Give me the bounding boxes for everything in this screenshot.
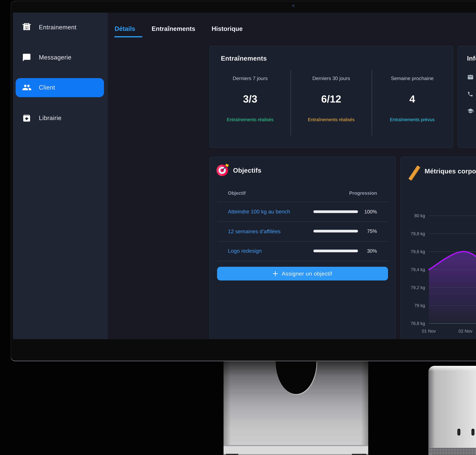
divider — [217, 202, 388, 202]
sidebar-item-entrainement[interactable]: GYM Entrainement — [16, 18, 104, 37]
stat-value: 3/3 — [210, 93, 290, 105]
users-icon — [22, 82, 32, 92]
gym-icon: GYM — [22, 23, 32, 32]
webcam-icon — [291, 4, 295, 8]
column-progression: Progression — [349, 191, 377, 196]
scene: GYM Entrainement — [0, 0, 476, 455]
speaker-mesh — [428, 448, 476, 455]
assign-objective-label: Assigner un objectif — [282, 270, 332, 276]
trainings-card-title: Entraînements — [221, 55, 267, 62]
phone-icon — [467, 91, 474, 97]
svg-text:79,4 kg: 79,4 kg — [411, 267, 425, 272]
svg-text:78,8 kg: 78,8 kg — [411, 321, 425, 326]
tab-historique[interactable]: Historique — [212, 25, 243, 37]
stand-foot — [223, 446, 368, 454]
info-row-coaching-start: Début du coaching 24/12/2025 — [467, 106, 476, 115]
trainings-card: Entraînements Derniers 7 jours 3/3 Entra… — [209, 46, 453, 148]
sidebar-item-librairie[interactable]: Librairie — [16, 108, 104, 128]
objectives-card-title: Objectifs — [233, 167, 262, 175]
progress-bar — [313, 210, 358, 213]
svg-text:79,6 kg: 79,6 kg — [411, 249, 425, 254]
divider — [217, 261, 388, 261]
mac-studio — [428, 366, 476, 455]
sidebar-item-label: Messagerie — [39, 54, 71, 61]
main-content: Détails Entraînements Historique Entraîn… — [108, 12, 476, 339]
svg-text:79,8 kg: 79,8 kg — [411, 231, 425, 236]
progress-percent: 30% — [362, 248, 377, 254]
stat-last-30-days: Derniers 30 jours 6/12 Entraînements réa… — [290, 70, 372, 135]
trainings-stats: Derniers 7 jours 3/3 Entraînements réali… — [210, 70, 452, 135]
info-row-email: Email john.doe@gmail.com — [467, 73, 476, 82]
plus-icon — [273, 271, 278, 276]
progress-percent: 100% — [362, 209, 377, 214]
stat-next-week: Semaine prochaine 4 Entraînements prévus — [372, 70, 452, 135]
usb-c-port-icon — [471, 429, 474, 436]
mail-icon — [467, 74, 474, 81]
stand-seam — [223, 445, 368, 446]
tab-details[interactable]: Détails — [115, 25, 135, 37]
sidebar-item-label: Entrainement — [39, 24, 76, 31]
stat-caption: Entraînements réalisés — [210, 117, 290, 122]
stat-value: 4 — [372, 93, 452, 105]
info-row-phone: Téléphone +33 7 12 26 32 44 — [467, 89, 476, 98]
tab-entrainements[interactable]: Entraînements — [151, 25, 195, 37]
stat-value: 6/12 — [291, 93, 372, 105]
objective-link[interactable]: Atteindre 100 kg au bench — [228, 208, 290, 215]
usb-c-port-icon — [457, 429, 460, 436]
assign-objective-button[interactable]: Assigner un objectif — [217, 267, 388, 280]
column-objective: Objectif — [228, 191, 246, 196]
graduation-cap-icon — [467, 107, 474, 114]
svg-text:02 Nov: 02 Nov — [459, 329, 472, 333]
studio-display: GYM Entrainement — [11, 1, 476, 361]
info-card-title: Informations générales — [467, 55, 476, 62]
progress-bar — [313, 249, 358, 252]
gym-sign-text: GYM — [25, 24, 28, 25]
objectives-table-header: Objectif Progression — [228, 191, 377, 196]
sidebar-item-label: Librairie — [39, 114, 62, 121]
divider — [217, 221, 388, 222]
svg-text:79,2 kg: 79,2 kg — [411, 285, 425, 290]
svg-text:80 kg: 80 kg — [414, 213, 425, 218]
progress-bar — [313, 230, 358, 232]
body-metrics-card: Métriques corporelles Poids — [401, 157, 476, 339]
stat-caption: Entraînements réalisés — [291, 117, 372, 122]
objective-row: 12 semaines d’affilées 75% — [228, 225, 377, 237]
stat-label: Derniers 30 jours — [291, 75, 372, 81]
target-icon — [216, 163, 230, 177]
chat-icon — [22, 53, 32, 63]
general-info-card: Informations générales Email john.doe@gm… — [458, 46, 476, 148]
sidebar-item-client[interactable]: Client — [16, 78, 104, 97]
stat-caption: Entraînements prévus — [372, 117, 452, 122]
svg-text:01 Nov: 01 Nov — [422, 329, 436, 333]
stand-notch — [276, 361, 316, 394]
archive-icon — [22, 113, 32, 123]
monitor-stand — [223, 361, 368, 455]
sidebar: GYM Entrainement — [13, 12, 108, 339]
app-window: GYM Entrainement — [13, 12, 476, 339]
weight-chart: 80 kg79,8 kg79,6 kg79,4 kg79,2 kg79 kg78… — [401, 157, 476, 339]
stat-last-7-days: Derniers 7 jours 3/3 Entraînements réali… — [210, 70, 290, 135]
chart-area-fill — [429, 221, 476, 324]
stat-label: Derniers 7 jours — [210, 75, 290, 81]
objectives-card: Objectifs Objectif Progression Atteindre… — [209, 157, 396, 339]
tab-bar: Détails Entraînements Historique — [115, 25, 243, 37]
objective-row: Logo redesign 30% — [228, 245, 377, 256]
svg-text:79 kg: 79 kg — [414, 303, 425, 308]
sidebar-item-messagerie[interactable]: Messagerie — [16, 48, 104, 67]
stand-bottom-edge — [223, 455, 368, 455]
stat-label: Semaine prochaine — [372, 75, 452, 81]
objective-link[interactable]: 12 semaines d’affilées — [228, 228, 281, 234]
objective-link[interactable]: Logo redesign — [228, 248, 262, 254]
sidebar-item-label: Client — [39, 84, 55, 91]
progress-percent: 75% — [362, 228, 377, 234]
divider — [217, 241, 388, 241]
objective-row: Atteindre 100 kg au bench 100% — [228, 206, 377, 217]
